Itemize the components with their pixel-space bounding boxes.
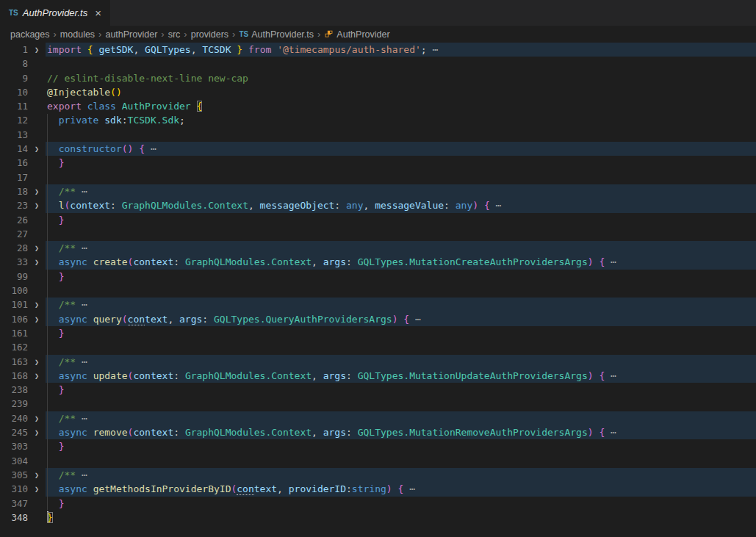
code-line-347[interactable]: 347 } xyxy=(0,497,756,511)
fold-chevron-icon[interactable]: ❯ xyxy=(28,482,46,496)
code-line-303[interactable]: 303 } xyxy=(0,439,756,453)
code-line-9[interactable]: 9// eslint-disable-next-line new-cap xyxy=(0,71,756,85)
fold-gutter xyxy=(28,270,46,284)
line-number: 13 xyxy=(0,128,28,142)
fold-chevron-icon[interactable]: ❯ xyxy=(28,198,46,212)
line-number: 1 xyxy=(0,43,28,57)
code-line-28[interactable]: 28❯ /** ⋯ xyxy=(0,241,756,255)
code-line-8[interactable]: 8 xyxy=(0,57,756,71)
code-line-106[interactable]: 106❯ async query(context, args: GQLTypes… xyxy=(0,312,756,326)
fold-chevron-icon[interactable]: ❯ xyxy=(28,369,46,383)
fold-gutter xyxy=(28,511,46,525)
code-line-162[interactable]: 162 xyxy=(0,340,756,354)
breadcrumb-separator-icon: › xyxy=(161,29,164,40)
code-text: export class AuthProvider { xyxy=(46,99,756,113)
line-number: 240 xyxy=(0,411,28,425)
code-text xyxy=(46,57,756,71)
fold-chevron-icon[interactable]: ❯ xyxy=(28,425,46,439)
folded-code-text: /** ⋯ xyxy=(46,241,756,255)
folded-code-text: import { getSDK, GQLTypes, TCSDK } from … xyxy=(46,43,756,57)
editor[interactable]: 1❯import { getSDK, GQLTypes, TCSDK } fro… xyxy=(0,43,756,525)
code-line-27[interactable]: 27 xyxy=(0,227,756,241)
code-line-23[interactable]: 23❯ l(context: GraphQLModules.Context, m… xyxy=(0,198,756,212)
folded-code-text: /** ⋯ xyxy=(46,411,756,425)
code-line-101[interactable]: 101❯ /** ⋯ xyxy=(0,298,756,311)
code-text: // eslint-disable-next-line new-cap xyxy=(46,71,756,85)
breadcrumb-separator-icon: › xyxy=(184,29,187,40)
line-number: 163 xyxy=(0,355,28,369)
fold-gutter xyxy=(28,71,46,85)
code-line-240[interactable]: 240❯ /** ⋯ xyxy=(0,411,756,425)
code-line-161[interactable]: 161 } xyxy=(0,326,756,340)
close-icon[interactable]: × xyxy=(95,7,101,18)
code-line-14[interactable]: 14❯ constructor() { ⋯ xyxy=(0,142,756,156)
breadcrumb-item-providers[interactable]: providers xyxy=(190,29,229,40)
code-line-168[interactable]: 168❯ async update(context: GraphQLModule… xyxy=(0,369,756,383)
code-line-26[interactable]: 26 } xyxy=(0,213,756,227)
code-line-245[interactable]: 245❯ async remove(context: GraphQLModule… xyxy=(0,425,756,439)
line-number: 348 xyxy=(0,511,28,525)
code-line-33[interactable]: 33❯ async create(context: GraphQLModules… xyxy=(0,255,756,269)
line-number: 28 xyxy=(0,241,28,255)
bracket-match: } xyxy=(47,512,53,523)
code-line-163[interactable]: 163❯ /** ⋯ xyxy=(0,355,756,369)
line-number: 9 xyxy=(0,71,28,85)
code-text: private sdk:TCSDK.Sdk; xyxy=(46,113,756,127)
fold-chevron-icon[interactable]: ❯ xyxy=(28,355,46,369)
fold-chevron-icon[interactable]: ❯ xyxy=(28,241,46,255)
line-number: 100 xyxy=(0,284,28,298)
line-number: 11 xyxy=(0,99,28,113)
code-text xyxy=(46,170,756,184)
fold-chevron-icon[interactable]: ❯ xyxy=(28,411,46,425)
breadcrumb-label: authProvider xyxy=(105,29,157,40)
line-number: 12 xyxy=(0,113,28,127)
breadcrumb-item-src[interactable]: src xyxy=(168,29,181,40)
tab-authprovider[interactable]: TS AuthProvider.ts × xyxy=(0,0,110,26)
line-number: 162 xyxy=(0,340,28,354)
fold-chevron-icon[interactable]: ❯ xyxy=(28,184,46,198)
breadcrumb-label: AuthProvider.ts xyxy=(251,29,314,40)
fold-chevron-icon[interactable]: ❯ xyxy=(28,142,46,156)
line-number: 99 xyxy=(0,270,28,284)
code-line-348[interactable]: 348} xyxy=(0,511,756,525)
fold-chevron-icon[interactable]: ❯ xyxy=(28,468,46,482)
fold-chevron-icon[interactable]: ❯ xyxy=(28,43,46,57)
breadcrumb-item-authprovider-ts[interactable]: TSAuthProvider.ts xyxy=(238,29,314,40)
line-number: 106 xyxy=(0,312,28,326)
tab-title: AuthProvider.ts xyxy=(23,7,87,18)
fold-gutter xyxy=(28,99,46,113)
code-line-238[interactable]: 238 } xyxy=(0,383,756,397)
breadcrumb-item-packages[interactable]: packages xyxy=(10,29,51,40)
code-line-10[interactable]: 10@Injectable() xyxy=(0,85,756,99)
code-line-12[interactable]: 12 private sdk:TCSDK.Sdk; xyxy=(0,113,756,127)
fold-chevron-icon[interactable]: ❯ xyxy=(28,298,46,311)
code-line-99[interactable]: 99 } xyxy=(0,270,756,284)
code-line-100[interactable]: 100 xyxy=(0,284,756,298)
code-text: } xyxy=(46,497,756,511)
breadcrumb-item-authprovider[interactable]: AuthProvider xyxy=(323,29,390,40)
code-line-17[interactable]: 17 xyxy=(0,170,756,184)
code-line-310[interactable]: 310❯ async getMethodsInProviderByID(cont… xyxy=(0,482,756,496)
code-line-16[interactable]: 16 } xyxy=(0,156,756,170)
breadcrumb-item-modules[interactable]: modules xyxy=(60,29,96,40)
code-text: } xyxy=(46,270,756,284)
line-number: 18 xyxy=(0,184,28,198)
breadcrumb-item-authprovider[interactable]: authProvider xyxy=(104,29,158,40)
line-number: 303 xyxy=(0,439,28,453)
fold-chevron-icon[interactable]: ❯ xyxy=(28,255,46,269)
code-line-1[interactable]: 1❯import { getSDK, GQLTypes, TCSDK } fro… xyxy=(0,43,756,57)
code-line-304[interactable]: 304 xyxy=(0,454,756,468)
code-line-18[interactable]: 18❯ /** ⋯ xyxy=(0,184,756,198)
folded-code-text: constructor() { ⋯ xyxy=(46,142,756,156)
fold-gutter xyxy=(28,497,46,511)
code-text xyxy=(46,454,756,468)
code-line-11[interactable]: 11export class AuthProvider { xyxy=(0,99,756,113)
code-line-13[interactable]: 13 xyxy=(0,128,756,142)
fold-chevron-icon[interactable]: ❯ xyxy=(28,312,46,326)
class-symbol-icon xyxy=(324,29,334,39)
code-line-239[interactable]: 239 xyxy=(0,397,756,411)
code-line-305[interactable]: 305❯ /** ⋯ xyxy=(0,468,756,482)
line-number: 168 xyxy=(0,369,28,383)
code-text xyxy=(46,284,756,298)
bracket-match: { xyxy=(197,101,203,112)
